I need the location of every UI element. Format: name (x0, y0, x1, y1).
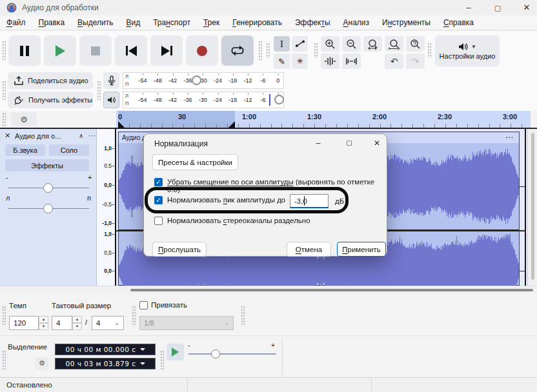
menu-item-10[interactable]: Справка (437, 18, 480, 27)
menu-item-2[interactable]: Выделить (71, 18, 119, 27)
toolbar-grip[interactable] (2, 306, 6, 325)
menu-item-1[interactable]: Правка (32, 18, 72, 27)
preview-button[interactable]: Прослушать (152, 242, 207, 257)
normalize-peak-checkbox[interactable]: ✓ (154, 196, 163, 204)
toolbar-grip[interactable] (266, 43, 270, 58)
beats-spinner[interactable]: ▲▼ (72, 316, 82, 330)
toolbar-grip[interactable] (160, 350, 165, 369)
loop-button[interactable] (221, 35, 254, 66)
apply-button[interactable]: Применить (337, 242, 386, 257)
zoom-out-button[interactable] (342, 36, 361, 52)
selection-tool-button[interactable]: I (274, 36, 290, 52)
solo-button[interactable]: Соло (49, 144, 89, 156)
vertical-scrollbar-thumb[interactable] (531, 133, 534, 280)
close-button[interactable]: ✕ (514, 0, 537, 15)
stop-button[interactable] (79, 35, 112, 66)
draw-tool-button[interactable]: ✎ (274, 54, 290, 69)
selection-options-button[interactable]: ⚙ (35, 357, 48, 369)
menu-item-3[interactable]: Вид (119, 18, 147, 27)
toolbar-grip[interactable] (2, 350, 6, 369)
speed-slider[interactable] (211, 349, 220, 358)
envelope-tool-button[interactable] (292, 36, 308, 52)
track-title[interactable]: Аудио для о... (15, 132, 61, 140)
menu-item-5[interactable]: Трек (197, 18, 226, 27)
toolbar-grip[interactable] (2, 81, 6, 100)
playback-volume-slider[interactable] (274, 95, 284, 104)
play-button[interactable] (44, 35, 76, 66)
timeline-options-button[interactable]: ⚙ (11, 112, 37, 126)
silence-selection-button[interactable] (342, 54, 361, 69)
trim-outside-selection-button[interactable] (321, 54, 339, 69)
pause-button[interactable] (8, 35, 41, 66)
tempo-input[interactable]: 120 (9, 316, 39, 330)
beats-input[interactable]: 4 (52, 316, 72, 330)
toolbar-grip[interactable] (97, 81, 101, 100)
dialog-minimize-button[interactable]: – (310, 137, 326, 150)
remove-dc-checkbox[interactable]: ✓ (154, 178, 163, 186)
toolbar-grip[interactable] (314, 43, 318, 58)
selection-end-display[interactable]: 00 ч 03 м 03.879 с (55, 358, 156, 369)
pan-slider[interactable] (43, 204, 53, 213)
vertical-ruler[interactable]: 1,00,50,0-0,5-1,01,00,50,0 (97, 129, 116, 286)
record-meter-mic-button[interactable] (103, 72, 119, 89)
track-close-icon[interactable]: ✕ (5, 132, 10, 140)
menu-item-4[interactable]: Транспорт (147, 18, 197, 27)
play-at-speed-button[interactable] (167, 344, 184, 360)
playback-meter[interactable]: Л П -54-48-42-36-30-24-18-12-60 (123, 92, 284, 108)
track-menu-icon[interactable]: ⋯ (88, 132, 96, 140)
peak-amplitude-input[interactable]: -3,0 (290, 194, 329, 208)
mute-button[interactable]: Б.звука (5, 144, 45, 156)
menu-item-8[interactable]: Анализ (337, 18, 376, 27)
dialog-maximize-button[interactable]: ▢ (341, 137, 357, 150)
maximize-button[interactable]: ▢ (485, 0, 511, 15)
horizontal-scrollbar[interactable] (0, 286, 537, 294)
horizontal-scrollbar-thumb[interactable] (130, 289, 533, 291)
zoom-in-button[interactable] (321, 36, 339, 52)
gain-slider[interactable] (43, 183, 53, 193)
tempo-spinner[interactable]: ▲▼ (39, 316, 48, 330)
stereo-independent-label[interactable]: Нормализовать стереоканалы раздельно (167, 217, 310, 224)
skip-to-end-button[interactable] (150, 35, 183, 66)
toolbar-grip[interactable] (2, 41, 6, 60)
skip-to-start-button[interactable] (115, 35, 147, 66)
playback-meter-speaker-button[interactable] (103, 92, 119, 108)
menu-item-9[interactable]: Инструменты (376, 18, 437, 27)
snap-select[interactable]: 1/8⌄ (139, 316, 234, 330)
cancel-button[interactable]: Отмена (287, 242, 331, 257)
record-volume-slider[interactable] (192, 75, 201, 85)
get-effects-button[interactable]: Получить эффекты (8, 92, 93, 108)
zoom-project-button[interactable] (385, 36, 403, 52)
selection-start-marker[interactable] (118, 121, 126, 128)
stereo-independent-checkbox[interactable] (154, 217, 163, 225)
audio-setup-button[interactable]: ▼ Настройки аудио (435, 35, 500, 66)
track-control-panel[interactable]: ✕ Аудио для о... ∧ ⋯ Б.звука Соло Эффект… (0, 129, 97, 286)
dialog-close-button[interactable]: ✕ (369, 137, 385, 150)
track-collapse-icon[interactable]: ∧ (79, 132, 83, 139)
record-meter[interactable]: Л П -54-48-42-36-30-24-18-12-60 (123, 72, 284, 89)
menu-item-6[interactable]: Генерировать (226, 18, 289, 27)
remove-dc-label[interactable]: Убрать смещение по оси амплитуды (выровн… (167, 178, 387, 193)
share-audio-button[interactable]: Поделиться аудио (8, 72, 93, 89)
toolbar-grip[interactable] (241, 306, 245, 325)
zoom-selection-button[interactable] (363, 36, 382, 52)
undo-button[interactable]: ↶ (385, 54, 403, 69)
clip-menu-icon[interactable]: ⋯ (505, 132, 514, 143)
selection-start-display[interactable]: 00 ч 00 м 00.000 с (55, 344, 156, 355)
note-value-select[interactable]: 4⌄ (92, 316, 124, 330)
selection-end-marker[interactable] (228, 121, 236, 128)
multi-tool-button[interactable]: ✳ (292, 54, 308, 69)
normalize-peak-label[interactable]: Нормализовать пик амплитуды до (167, 196, 285, 204)
toolbar-grip[interactable] (2, 112, 6, 126)
toolbar-grip[interactable] (427, 43, 432, 58)
record-button[interactable] (186, 35, 218, 66)
minimize-button[interactable]: – (456, 0, 481, 15)
redo-button[interactable]: ↷ (406, 54, 425, 69)
snap-checkbox[interactable] (139, 301, 148, 309)
vertical-scrollbar[interactable] (527, 129, 537, 286)
zoom-toggle-button[interactable] (406, 36, 425, 52)
timeline-ruler[interactable]: ⚙ 0301:001:302:002:303:00 (0, 111, 537, 129)
menu-item-0[interactable]: Файл (0, 18, 32, 27)
presets-button[interactable]: Пресеты & настройки (152, 154, 238, 170)
toolbar-grip[interactable] (258, 41, 263, 60)
menu-item-7[interactable]: Эффекты (289, 18, 337, 27)
